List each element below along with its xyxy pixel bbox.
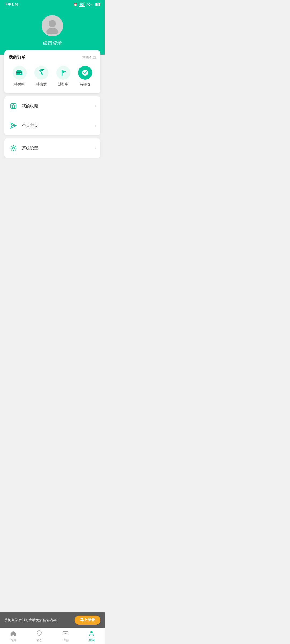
svg-rect-12 — [11, 103, 16, 109]
svg-rect-6 — [41, 72, 43, 75]
battery-icon: 36 — [95, 3, 100, 6]
send-icon — [9, 121, 18, 130]
profile-arrow: › — [95, 123, 96, 128]
svg-rect-5 — [17, 70, 21, 71]
orders-view-all[interactable]: 查看全部 — [82, 55, 96, 60]
order-item-pending-review[interactable]: 待评价 — [78, 66, 92, 87]
status-time: 下午4:46 — [4, 2, 18, 7]
gear-icon — [9, 143, 18, 153]
avatar-icon — [44, 18, 60, 34]
menu-card-2: 系统设置 › — [4, 138, 100, 158]
order-label-0: 待付款 — [14, 82, 25, 87]
order-icon-check — [78, 66, 92, 80]
svg-rect-9 — [62, 70, 63, 76]
settings-label: 系统设置 — [22, 146, 95, 151]
orders-card: 我的订单 查看全部 待付款 — [4, 50, 100, 93]
menu-item-favorites[interactable]: 我的收藏 › — [4, 96, 100, 116]
order-icons-row: 待付款 待出发 — [9, 65, 96, 89]
menu-item-settings[interactable]: 系统设置 › — [4, 138, 100, 158]
svg-point-11 — [82, 70, 88, 76]
profile-label: 个人主页 — [22, 123, 95, 128]
favorites-arrow: › — [95, 104, 96, 108]
orders-header: 我的订单 查看全部 — [9, 55, 96, 60]
order-label-3: 待评价 — [80, 82, 90, 87]
svg-marker-10 — [62, 70, 66, 73]
order-icon-flag — [56, 66, 70, 80]
menu-card-1: 我的收藏 › 个人主页 › — [4, 96, 100, 135]
login-prompt[interactable]: 点击登录 — [43, 40, 62, 46]
avatar[interactable] — [42, 15, 63, 36]
star-icon — [9, 101, 18, 111]
profile-header[interactable]: 点击登录 — [0, 9, 105, 55]
signal-icon: 4G▪▪▪ — [87, 3, 94, 6]
order-icon-wallet — [13, 66, 27, 80]
favorites-label: 我的收藏 — [22, 104, 95, 109]
order-label-2: 进行中 — [58, 82, 68, 87]
svg-point-1 — [46, 28, 58, 34]
order-icon-hammer — [34, 66, 48, 80]
orders-title: 我的订单 — [9, 55, 26, 60]
order-label-1: 待出发 — [36, 82, 47, 87]
svg-point-16 — [13, 147, 15, 149]
hd-icon: HD — [79, 3, 85, 7]
settings-arrow: › — [95, 146, 96, 151]
svg-point-0 — [49, 20, 56, 27]
menu-item-profile[interactable]: 个人主页 › — [4, 116, 100, 135]
svg-rect-3 — [16, 72, 22, 73]
status-bar: 下午4:46 ⏰ HD 4G▪▪▪ 36 — [0, 0, 105, 9]
status-icons: ⏰ HD 4G▪▪▪ 36 — [74, 3, 100, 7]
order-item-in-progress[interactable]: 进行中 — [56, 66, 70, 87]
order-item-pending-depart[interactable]: 待出发 — [34, 66, 48, 87]
alarm-icon: ⏰ — [74, 3, 77, 6]
svg-rect-4 — [20, 73, 21, 74]
order-item-pending-payment[interactable]: 待付款 — [13, 66, 27, 87]
svg-marker-13 — [12, 104, 15, 108]
